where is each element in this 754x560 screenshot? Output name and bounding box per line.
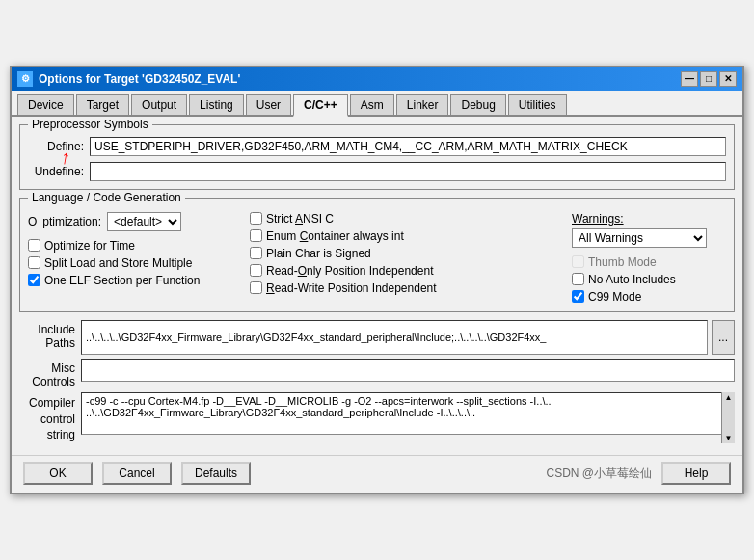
c99-mode-label: C99 Mode (588, 290, 641, 304)
optimization-label: O (28, 215, 37, 228)
enum-container-label: Enum Container always int (266, 229, 404, 243)
watermark: CSDN @小草莓绘仙 (546, 466, 652, 482)
close-button[interactable]: ✕ (719, 71, 737, 87)
tab-device[interactable]: Device (17, 94, 74, 115)
warnings-section: Warnings: All Warnings No Warnings Unspe… (572, 212, 726, 248)
ok-button[interactable]: OK (23, 462, 93, 485)
cancel-button[interactable]: Cancel (102, 462, 172, 485)
preprocessor-group: Preprocessor Symbols ↑ Define: Undefine: (19, 124, 735, 190)
include-paths-value: ..\..\..\..\GD32F4xx_Firmware_Library\GD… (86, 330, 546, 346)
read-only-row: Read-Only Position Independent (250, 264, 562, 278)
split-load-checkbox[interactable] (28, 256, 40, 269)
misc-controls-input[interactable] (81, 359, 735, 382)
compiler-line1: -c99 -c --cpu Cortex-M4.fp -D__EVAL -D__… (86, 395, 716, 407)
optimize-time-label: Optimize for Time (44, 239, 135, 253)
read-only-checkbox[interactable] (250, 264, 262, 277)
tab-utilities[interactable]: Utilities (508, 94, 567, 115)
one-elf-checkbox[interactable] (28, 274, 40, 286)
tab-user[interactable]: User (246, 94, 291, 115)
include-paths-section: IncludePaths ..\..\..\..\GD32F4xx_Firmwa… (19, 320, 735, 355)
lang-middle: Strict ANSI C Enum Container always int … (250, 212, 562, 304)
plain-char-checkbox[interactable] (250, 247, 262, 259)
c99-mode-checkbox[interactable] (572, 290, 584, 303)
enum-container-checkbox[interactable] (250, 229, 262, 242)
optimize-time-checkbox[interactable] (28, 239, 40, 252)
no-auto-checkbox[interactable] (572, 273, 584, 285)
define-label: Define: (28, 140, 84, 153)
optimize-time-row: Optimize for Time (28, 239, 240, 253)
tab-asm[interactable]: Asm (350, 94, 394, 115)
misc-controls-input-wrap (81, 359, 735, 382)
misc-controls-section: MiscControls (19, 359, 735, 388)
define-row: Define: (28, 137, 726, 156)
split-load-label: Split Load and Store Multiple (44, 256, 192, 270)
title-bar: ⚙ Options for Target 'GD32450Z_EVAL' — □… (12, 67, 742, 91)
title-bar-buttons: — □ ✕ (681, 71, 737, 87)
undefine-row: Undefine: (28, 162, 726, 181)
compiler-line2: ..\..\GD32F4xx_Firmware_Library\GD32F4xx… (86, 407, 716, 418)
c99-mode-row: C99 Mode (572, 290, 726, 304)
warnings-select[interactable]: All Warnings No Warnings Unspecified (572, 228, 707, 248)
strict-ansi-row: Strict ANSI C (250, 212, 562, 226)
optimization-row: Optimization: <default> -O1 -O2 -O3 (28, 212, 240, 231)
read-write-label: Read-Write Position Independent (266, 281, 437, 295)
title-bar-left: ⚙ Options for Target 'GD32450Z_EVAL' (17, 71, 240, 87)
main-content: Preprocessor Symbols ↑ Define: Undefine:… (12, 117, 742, 455)
help-button[interactable]: Help (661, 462, 731, 485)
thumb-mode-label: Thumb Mode (588, 255, 657, 269)
include-paths-input-wrap: ..\..\..\..\GD32F4xx_Firmware_Library\GD… (81, 320, 735, 355)
compiler-scrollbar[interactable]: ▲ ▼ (721, 392, 735, 443)
tab-output[interactable]: Output (131, 94, 187, 115)
compiler-control-input-wrap: -c99 -c --cpu Cortex-M4.fp -D__EVAL -D__… (81, 392, 735, 443)
defaults-button[interactable]: Defaults (181, 462, 251, 485)
one-elf-label: One ELF Section per Function (44, 274, 200, 287)
undefine-input[interactable] (90, 162, 726, 181)
language-section: Optimization: <default> -O1 -O2 -O3 Opti… (28, 212, 726, 304)
window-title: Options for Target 'GD32450Z_EVAL' (39, 72, 240, 86)
no-auto-row: No Auto Includes (572, 273, 726, 286)
optimization-select[interactable]: <default> -O1 -O2 -O3 (107, 212, 181, 231)
tab-target[interactable]: Target (76, 94, 129, 115)
language-group: Language / Code Generation Optimization:… (19, 198, 735, 312)
tab-debug[interactable]: Debug (450, 94, 505, 115)
warnings-label: Warnings: (572, 212, 726, 226)
compiler-control-label: Compilercontrolstring (19, 392, 75, 443)
one-elf-row: One ELF Section per Function (28, 274, 240, 287)
read-write-checkbox[interactable] (250, 281, 262, 294)
split-load-row: Split Load and Store Multiple (28, 256, 240, 270)
minimize-button[interactable]: — (681, 71, 698, 87)
include-paths-input[interactable]: ..\..\..\..\GD32F4xx_Firmware_Library\GD… (81, 320, 708, 355)
compiler-control-input[interactable]: -c99 -c --cpu Cortex-M4.fp -D__EVAL -D__… (81, 392, 735, 435)
read-write-row: Read-Write Position Independent (250, 281, 562, 295)
define-input[interactable] (90, 137, 726, 156)
include-paths-label: IncludePaths (19, 320, 75, 350)
plain-char-row: Plain Char is Signed (250, 247, 562, 260)
compiler-control-section: Compilercontrolstring -c99 -c --cpu Cort… (19, 392, 735, 443)
maximize-button[interactable]: □ (700, 71, 717, 87)
bottom-bar: OK Cancel Defaults CSDN @小草莓绘仙 Help (12, 455, 742, 493)
optimization-label-rest: ptimization: (42, 215, 101, 228)
tab-linker[interactable]: Linker (396, 94, 449, 115)
bottom-buttons: OK Cancel Defaults (23, 462, 251, 485)
read-only-label: Read-Only Position Independent (266, 264, 433, 278)
tab-cpp[interactable]: C/C++ (293, 94, 348, 117)
misc-controls-label: MiscControls (19, 359, 75, 388)
no-auto-label: No Auto Includes (588, 273, 676, 286)
thumb-mode-checkbox (572, 255, 584, 268)
window-icon: ⚙ (17, 71, 33, 87)
include-paths-browse-button[interactable]: ... (712, 320, 735, 355)
lang-right: Warnings: All Warnings No Warnings Unspe… (572, 212, 726, 304)
undefine-label: Undefine: (28, 165, 84, 178)
tab-listing[interactable]: Listing (189, 94, 244, 115)
lang-left: Optimization: <default> -O1 -O2 -O3 Opti… (28, 212, 240, 304)
strict-ansi-label: Strict ANSI C (266, 212, 334, 226)
scroll-down-arrow[interactable]: ▼ (724, 433, 734, 443)
tab-bar: Device Target Output Listing User C/C++ … (12, 91, 742, 117)
language-title: Language / Code Generation (28, 191, 185, 204)
preprocessor-title: Preprocessor Symbols (28, 118, 152, 131)
main-window: ⚙ Options for Target 'GD32450Z_EVAL' — □… (10, 66, 744, 494)
scroll-up-arrow[interactable]: ▲ (724, 392, 734, 403)
plain-char-label: Plain Char is Signed (266, 247, 371, 260)
strict-ansi-checkbox[interactable] (250, 212, 262, 225)
thumb-mode-row: Thumb Mode (572, 255, 726, 269)
